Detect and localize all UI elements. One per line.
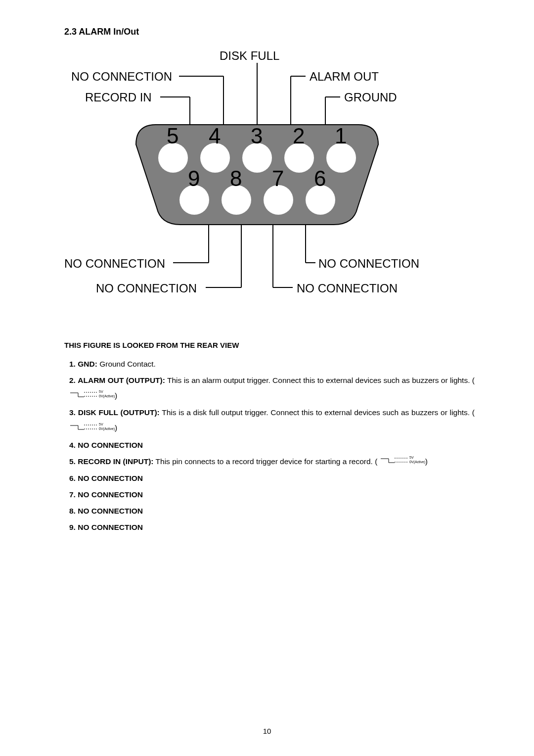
alarm-connector-diagram: DISK FULL NO CONNECTION RECORD IN ALARM …	[64, 49, 460, 306]
section-title: 2.3 ALARM In/Out	[64, 27, 475, 37]
pin-desc-4: 4. NO CONNECTION	[69, 437, 475, 453]
signal-waveform-icon: 5V 0V(Active)	[380, 454, 425, 470]
svg-text:5V: 5V	[99, 390, 103, 393]
pin-desc-8: 8. NO CONNECTION	[69, 503, 475, 519]
pin-desc-2: 2. ALARM OUT (OUTPUT): This is an alarm …	[69, 373, 475, 404]
pin-desc-5: 5. RECORD IN (INPUT): This pin connects …	[69, 454, 475, 470]
pin-description-list: 1. GND: Ground Contact. 2. ALARM OUT (OU…	[69, 356, 475, 535]
signal-waveform-icon: 5V 0V(Active)	[69, 388, 115, 404]
pin-number-4: 4	[209, 124, 221, 148]
svg-text:0V(Active): 0V(Active)	[409, 460, 425, 464]
pin-number-5: 5	[167, 124, 178, 148]
page: 2.3 ALARM In/Out DISK FULL NO CONNECTION…	[0, 0, 534, 756]
svg-text:5V: 5V	[99, 423, 103, 426]
page-number: 10	[0, 727, 534, 735]
pin-desc-3: 3. DISK FULL (OUTPUT): This is a disk fu…	[69, 405, 475, 436]
pin-number-8: 8	[230, 166, 242, 191]
pin-number-3: 3	[251, 124, 263, 148]
svg-text:0V(Active): 0V(Active)	[99, 427, 115, 431]
pin-number-9: 9	[188, 166, 200, 191]
pin-number-1: 1	[335, 124, 347, 148]
pin-desc-1: 1. GND: Ground Contact.	[69, 356, 475, 372]
pin-desc-7: 7. NO CONNECTION	[69, 487, 475, 502]
pin-desc-6: 6. NO CONNECTION	[69, 471, 475, 486]
svg-text:5V: 5V	[409, 456, 414, 459]
pin-number-7: 7	[272, 166, 284, 191]
pin-desc-9: 9. NO CONNECTION	[69, 520, 475, 535]
signal-waveform-icon: 5V 0V(Active)	[69, 421, 115, 436]
pin-number-6: 6	[314, 166, 326, 191]
figure-caption: THIS FIGURE IS LOOKED FROM THE REAR VIEW	[64, 341, 475, 349]
svg-text:0V(Active): 0V(Active)	[99, 394, 115, 398]
pin-number-2: 2	[293, 124, 305, 148]
